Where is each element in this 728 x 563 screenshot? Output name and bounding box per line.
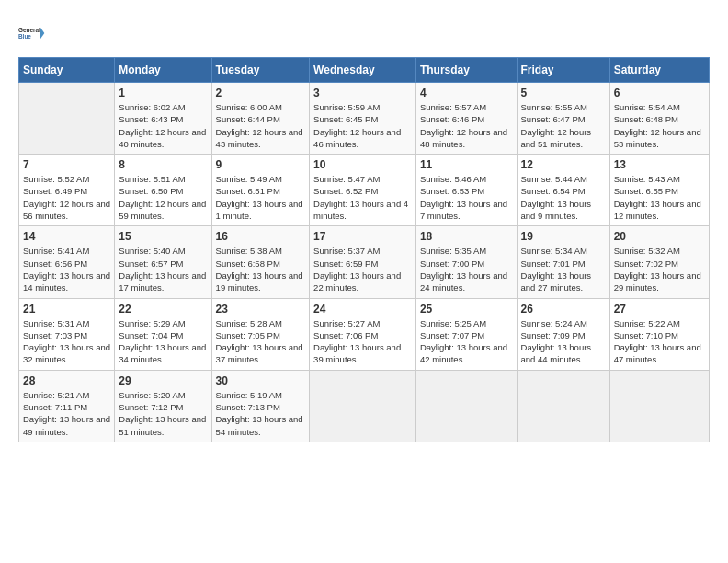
day-number: 24 [313, 303, 412, 316]
day-number: 18 [420, 230, 513, 243]
weekday-header: Thursday [415, 58, 517, 83]
calendar-cell: 12Sunrise: 5:44 AMSunset: 6:54 PMDayligh… [517, 155, 609, 226]
weekday-header: Monday [115, 58, 211, 83]
day-number: 25 [420, 303, 513, 316]
weekday-header: Sunday [19, 58, 115, 83]
day-info: Sunrise: 5:22 AMSunset: 7:10 PMDaylight:… [614, 317, 705, 366]
day-number: 14 [23, 230, 110, 243]
calendar-cell: 26Sunrise: 5:24 AMSunset: 7:09 PMDayligh… [517, 298, 609, 370]
calendar-cell [609, 370, 709, 442]
day-number: 29 [119, 374, 207, 387]
day-number: 7 [23, 158, 110, 171]
calendar-week-row: 1Sunrise: 6:02 AMSunset: 6:43 PMDaylight… [19, 83, 710, 155]
day-number: 13 [614, 158, 705, 171]
day-number: 28 [23, 374, 110, 387]
svg-text:General: General [18, 27, 40, 33]
day-number: 30 [216, 374, 306, 387]
day-info: Sunrise: 5:31 AMSunset: 7:03 PMDaylight:… [23, 317, 110, 366]
day-number: 4 [420, 86, 513, 99]
calendar-cell: 20Sunrise: 5:32 AMSunset: 7:02 PMDayligh… [609, 226, 709, 298]
day-number: 3 [313, 86, 412, 99]
header-row: SundayMondayTuesdayWednesdayThursdayFrid… [19, 58, 710, 83]
calendar-cell: 24Sunrise: 5:27 AMSunset: 7:06 PMDayligh… [310, 298, 416, 370]
day-number: 26 [521, 303, 606, 316]
day-info: Sunrise: 5:28 AMSunset: 7:05 PMDaylight:… [216, 317, 306, 366]
calendar-cell: 11Sunrise: 5:46 AMSunset: 6:53 PMDayligh… [415, 155, 517, 226]
day-number: 23 [216, 303, 306, 316]
calendar-cell [415, 370, 517, 442]
day-info: Sunrise: 5:44 AMSunset: 6:54 PMDaylight:… [521, 173, 606, 222]
calendar-cell: 22Sunrise: 5:29 AMSunset: 7:04 PMDayligh… [115, 298, 211, 370]
day-number: 16 [216, 230, 306, 243]
day-info: Sunrise: 5:24 AMSunset: 7:09 PMDaylight:… [521, 317, 606, 366]
day-info: Sunrise: 5:47 AMSunset: 6:52 PMDaylight:… [313, 173, 412, 222]
calendar-cell: 29Sunrise: 5:20 AMSunset: 7:12 PMDayligh… [115, 370, 211, 442]
day-info: Sunrise: 5:25 AMSunset: 7:07 PMDaylight:… [420, 317, 513, 366]
calendar-cell: 1Sunrise: 6:02 AMSunset: 6:43 PMDaylight… [115, 83, 211, 155]
day-number: 27 [614, 303, 705, 316]
calendar-cell: 19Sunrise: 5:34 AMSunset: 7:01 PMDayligh… [517, 226, 609, 298]
day-number: 17 [313, 230, 412, 243]
calendar-week-row: 7Sunrise: 5:52 AMSunset: 6:49 PMDaylight… [19, 155, 710, 226]
calendar-cell: 30Sunrise: 5:19 AMSunset: 7:13 PMDayligh… [211, 370, 310, 442]
calendar-cell [310, 370, 416, 442]
day-number: 21 [23, 303, 110, 316]
day-number: 20 [614, 230, 705, 243]
day-number: 2 [216, 86, 306, 99]
day-info: Sunrise: 5:32 AMSunset: 7:02 PMDaylight:… [614, 245, 705, 293]
day-info: Sunrise: 5:46 AMSunset: 6:53 PMDaylight:… [420, 173, 513, 222]
svg-marker-2 [40, 28, 45, 40]
calendar-cell: 15Sunrise: 5:40 AMSunset: 6:57 PMDayligh… [115, 226, 211, 298]
day-info: Sunrise: 5:38 AMSunset: 6:58 PMDaylight:… [216, 245, 306, 293]
calendar-cell: 25Sunrise: 5:25 AMSunset: 7:07 PMDayligh… [415, 298, 517, 370]
calendar-cell: 4Sunrise: 5:57 AMSunset: 6:46 PMDaylight… [415, 83, 517, 155]
day-number: 11 [420, 158, 513, 171]
calendar-cell: 6Sunrise: 5:54 AMSunset: 6:48 PMDaylight… [609, 83, 709, 155]
calendar-cell: 2Sunrise: 6:00 AMSunset: 6:44 PMDaylight… [211, 83, 310, 155]
calendar-cell: 14Sunrise: 5:41 AMSunset: 6:56 PMDayligh… [19, 226, 115, 298]
day-info: Sunrise: 6:02 AMSunset: 6:43 PMDaylight:… [119, 101, 207, 150]
weekday-header: Tuesday [211, 58, 310, 83]
day-info: Sunrise: 5:40 AMSunset: 6:57 PMDaylight:… [119, 245, 207, 293]
logo: GeneralBlue [18, 18, 48, 48]
day-info: Sunrise: 5:37 AMSunset: 6:59 PMDaylight:… [313, 245, 412, 293]
calendar-cell: 7Sunrise: 5:52 AMSunset: 6:49 PMDaylight… [19, 155, 115, 226]
day-info: Sunrise: 5:21 AMSunset: 7:11 PMDaylight:… [23, 389, 110, 438]
day-info: Sunrise: 5:54 AMSunset: 6:48 PMDaylight:… [614, 101, 705, 150]
calendar-cell: 5Sunrise: 5:55 AMSunset: 6:47 PMDaylight… [517, 83, 609, 155]
calendar-cell: 8Sunrise: 5:51 AMSunset: 6:50 PMDaylight… [115, 155, 211, 226]
calendar-cell [19, 83, 115, 155]
logo-icon: GeneralBlue [18, 18, 48, 48]
day-number: 22 [119, 303, 207, 316]
day-number: 10 [313, 158, 412, 171]
header: GeneralBlue [18, 18, 710, 48]
weekday-header: Friday [517, 58, 609, 83]
day-number: 12 [521, 158, 606, 171]
day-number: 15 [119, 230, 207, 243]
weekday-header: Saturday [609, 58, 709, 83]
svg-text:Blue: Blue [18, 33, 31, 40]
calendar-cell: 28Sunrise: 5:21 AMSunset: 7:11 PMDayligh… [19, 370, 115, 442]
day-info: Sunrise: 5:27 AMSunset: 7:06 PMDaylight:… [313, 317, 412, 366]
day-info: Sunrise: 5:34 AMSunset: 7:01 PMDaylight:… [521, 245, 606, 293]
day-info: Sunrise: 5:52 AMSunset: 6:49 PMDaylight:… [23, 173, 110, 222]
day-info: Sunrise: 5:19 AMSunset: 7:13 PMDaylight:… [216, 389, 306, 438]
weekday-header: Wednesday [310, 58, 416, 83]
day-number: 5 [521, 86, 606, 99]
day-number: 19 [521, 230, 606, 243]
day-info: Sunrise: 5:49 AMSunset: 6:51 PMDaylight:… [216, 173, 306, 222]
calendar-week-row: 14Sunrise: 5:41 AMSunset: 6:56 PMDayligh… [19, 226, 710, 298]
day-number: 9 [216, 158, 306, 171]
calendar-week-row: 21Sunrise: 5:31 AMSunset: 7:03 PMDayligh… [19, 298, 710, 370]
day-info: Sunrise: 5:59 AMSunset: 6:45 PMDaylight:… [313, 101, 412, 150]
day-info: Sunrise: 5:51 AMSunset: 6:50 PMDaylight:… [119, 173, 207, 222]
day-info: Sunrise: 5:35 AMSunset: 7:00 PMDaylight:… [420, 245, 513, 293]
calendar-cell: 21Sunrise: 5:31 AMSunset: 7:03 PMDayligh… [19, 298, 115, 370]
day-info: Sunrise: 5:57 AMSunset: 6:46 PMDaylight:… [420, 101, 513, 150]
calendar-cell: 18Sunrise: 5:35 AMSunset: 7:00 PMDayligh… [415, 226, 517, 298]
day-number: 6 [614, 86, 705, 99]
day-info: Sunrise: 5:29 AMSunset: 7:04 PMDaylight:… [119, 317, 207, 366]
day-info: Sunrise: 6:00 AMSunset: 6:44 PMDaylight:… [216, 101, 306, 150]
day-info: Sunrise: 5:41 AMSunset: 6:56 PMDaylight:… [23, 245, 110, 293]
calendar-week-row: 28Sunrise: 5:21 AMSunset: 7:11 PMDayligh… [19, 370, 710, 442]
